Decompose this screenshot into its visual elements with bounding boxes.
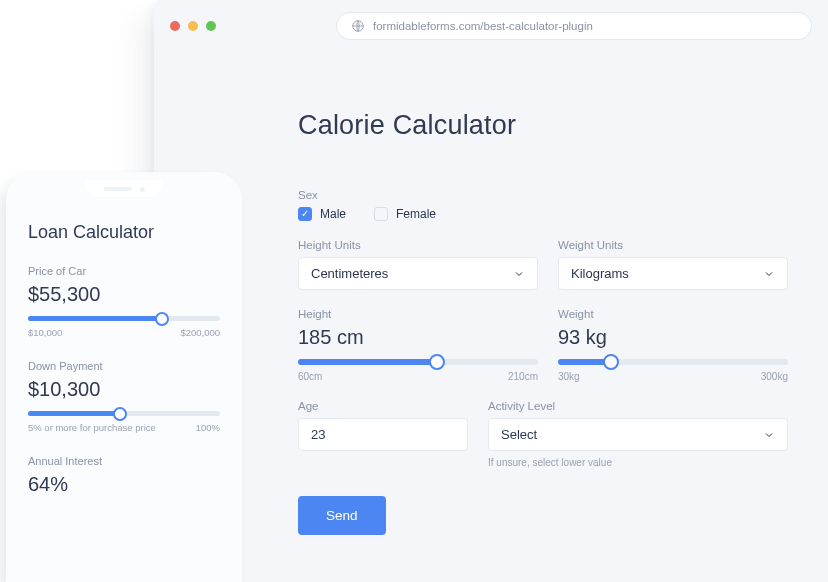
slider-fill xyxy=(28,316,162,321)
down-value: $10,300 xyxy=(28,378,220,401)
browser-titlebar: formidableforms.com/best-calculator-plug… xyxy=(154,0,828,52)
interest-label: Annual Interest xyxy=(28,455,220,467)
page-title: Calorie Calculator xyxy=(298,110,828,141)
activity-hint: If unsure, select lower value xyxy=(488,457,788,468)
weight-units-value: Kilograms xyxy=(571,266,629,281)
age-value: 23 xyxy=(311,427,325,442)
male-option[interactable]: Male xyxy=(298,207,346,221)
chevron-down-icon xyxy=(763,429,775,441)
address-bar[interactable]: formidableforms.com/best-calculator-plug… xyxy=(336,12,812,40)
send-button[interactable]: Send xyxy=(298,496,386,535)
age-input[interactable]: 23 xyxy=(298,418,468,451)
weight-min: 30kg xyxy=(558,371,580,382)
interest-value: 64% xyxy=(28,473,220,496)
price-label: Price of Car xyxy=(28,265,220,277)
weight-units-select[interactable]: Kilograms xyxy=(558,257,788,290)
weight-units-label: Weight Units xyxy=(558,239,788,251)
down-min: 5% or more for purchase price xyxy=(28,422,156,433)
phone-notch xyxy=(6,172,242,202)
female-label: Female xyxy=(396,207,436,221)
height-units-label: Height Units xyxy=(298,239,538,251)
slider-fill xyxy=(298,359,437,365)
maximize-icon[interactable] xyxy=(206,21,216,31)
age-label: Age xyxy=(298,400,468,412)
loan-calculator-form: Loan Calculator Price of Car $55,300 $10… xyxy=(6,202,242,496)
down-slider[interactable] xyxy=(28,411,220,416)
price-value: $55,300 xyxy=(28,283,220,306)
slider-thumb[interactable] xyxy=(603,354,619,370)
globe-icon xyxy=(351,19,365,33)
down-label: Down Payment xyxy=(28,360,220,372)
price-min: $10,000 xyxy=(28,327,62,338)
slider-thumb[interactable] xyxy=(429,354,445,370)
activity-select[interactable]: Select xyxy=(488,418,788,451)
weight-slider[interactable] xyxy=(558,359,788,365)
down-max: 100% xyxy=(196,422,220,433)
height-min: 60cm xyxy=(298,371,322,382)
slider-thumb[interactable] xyxy=(113,407,127,421)
loan-title: Loan Calculator xyxy=(28,222,220,243)
weight-max: 300kg xyxy=(761,371,788,382)
browser-window: formidableforms.com/best-calculator-plug… xyxy=(154,0,828,582)
phone-frame: Loan Calculator Price of Car $55,300 $10… xyxy=(6,172,242,582)
height-label: Height xyxy=(298,308,538,320)
window-traffic-lights xyxy=(170,21,216,31)
activity-label: Activity Level xyxy=(488,400,788,412)
checkbox-checked-icon xyxy=(298,207,312,221)
height-slider[interactable] xyxy=(298,359,538,365)
height-max: 210cm xyxy=(508,371,538,382)
minimize-icon[interactable] xyxy=(188,21,198,31)
chevron-down-icon xyxy=(513,268,525,280)
calorie-calculator-form: Calorie Calculator Sex Male Female Heigh… xyxy=(154,52,828,535)
checkbox-unchecked-icon xyxy=(374,207,388,221)
male-label: Male xyxy=(320,207,346,221)
activity-value: Select xyxy=(501,427,537,442)
height-value: 185 cm xyxy=(298,326,538,349)
url-text: formidableforms.com/best-calculator-plug… xyxy=(373,20,593,32)
chevron-down-icon xyxy=(763,268,775,280)
sex-label: Sex xyxy=(298,189,828,201)
female-option[interactable]: Female xyxy=(374,207,436,221)
price-max: $200,000 xyxy=(180,327,220,338)
slider-fill xyxy=(28,411,120,416)
height-units-value: Centimeteres xyxy=(311,266,388,281)
close-icon[interactable] xyxy=(170,21,180,31)
weight-value: 93 kg xyxy=(558,326,788,349)
price-slider[interactable] xyxy=(28,316,220,321)
weight-label: Weight xyxy=(558,308,788,320)
height-units-select[interactable]: Centimeteres xyxy=(298,257,538,290)
slider-thumb[interactable] xyxy=(155,312,169,326)
